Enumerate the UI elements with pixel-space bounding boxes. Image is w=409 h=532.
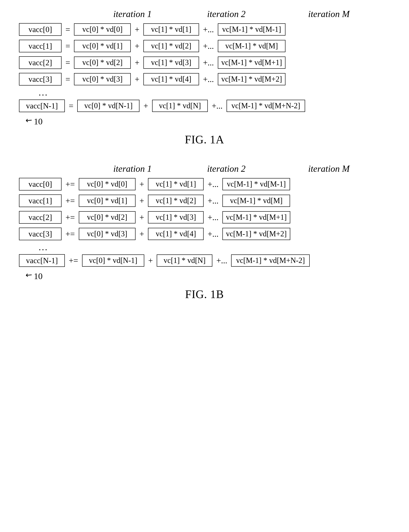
plus-sign: + xyxy=(131,58,143,67)
eq-rows-1b: vacc[0] += vc[0] * vd[0] + vc[1] * vd[1]… xyxy=(19,178,390,240)
iterm-box: vc[M-1] * vd[M+2] xyxy=(223,228,290,240)
eq-sign: += xyxy=(62,212,79,222)
iterm-box: vc[M-1] * vd[M] xyxy=(223,195,290,207)
table-row: vacc[3] = vc[0] * vd[3] + vc[1] * vd[4] … xyxy=(19,73,390,85)
plus-sign: + xyxy=(131,41,143,51)
table-row: vacc[N-1] = vc[0] * vd[N-1] + vc[1] * vd… xyxy=(19,100,390,112)
iter1-box: vc[0] * vd[2] xyxy=(74,56,131,69)
vacc-box: vacc[0] xyxy=(19,178,62,191)
eq-sign: += xyxy=(62,179,79,189)
iter-header-1a-2: iteration 2 xyxy=(191,9,261,19)
iter1-box: vc[0] * vd[N-1] xyxy=(77,100,139,112)
eq-sign: = xyxy=(62,58,74,67)
iterm-box: vc[M-1] * vd[M+1] xyxy=(223,211,290,223)
reference-number: ↗ 10 xyxy=(19,116,390,127)
table-row: vacc[0] = vc[0] * vd[0] + vc[1] * vd[1] … xyxy=(19,23,390,36)
vacc-box: vacc[1] xyxy=(19,40,62,52)
dots: +... xyxy=(204,229,223,239)
dots: +... xyxy=(204,179,223,189)
eq-sign: = xyxy=(62,74,74,84)
vacc-box: vacc[1] xyxy=(19,194,62,207)
iterm-box: vc[M-1] * vd[M] xyxy=(218,40,286,52)
iter2-box: vc[1] * vd[1] xyxy=(148,178,204,190)
iter1-box: vc[0] * vd[0] xyxy=(74,23,131,36)
iter2-box: vc[1] * vd[N] xyxy=(157,254,212,267)
fig-label-1a: FIG. 1A xyxy=(19,133,390,146)
dots: +... xyxy=(199,74,218,84)
iter-header-1b-m: iteration M xyxy=(290,164,368,174)
iter2-box: vc[1] * vd[3] xyxy=(148,211,204,223)
arrow-icon: ↗ xyxy=(23,270,34,281)
vacc-box: vacc[2] xyxy=(19,211,62,224)
dots: +... xyxy=(204,212,223,222)
eq-sign: += xyxy=(65,256,82,265)
iterm-box: vc[M-1] * vd[M+N-2] xyxy=(231,254,310,267)
arrow-icon: ↗ xyxy=(23,115,34,126)
ref-num-text: 10 xyxy=(34,271,43,281)
ellipsis: ... xyxy=(19,242,390,252)
dots: +... xyxy=(199,41,218,51)
ellipsis: ... xyxy=(19,87,390,98)
dots: +... xyxy=(199,25,218,34)
plus-sign: + xyxy=(144,256,157,265)
iter-header-1b-2: iteration 2 xyxy=(191,164,261,174)
iter1-box: vc[0] * vd[1] xyxy=(79,195,136,207)
table-row: vacc[N-1] += vc[0] * vd[N-1] + vc[1] * v… xyxy=(19,254,390,267)
table-row: vacc[0] += vc[0] * vd[0] + vc[1] * vd[1]… xyxy=(19,178,390,191)
iter2-box: vc[1] * vd[1] xyxy=(143,23,199,36)
dots: +... xyxy=(204,196,223,206)
eq-sign: = xyxy=(65,101,77,111)
plus-sign: + xyxy=(131,74,143,84)
dots: +... xyxy=(208,101,227,111)
table-row: vacc[1] += vc[0] * vd[1] + vc[1] * vd[2]… xyxy=(19,194,390,207)
iter2-box: vc[1] * vd[4] xyxy=(143,73,199,85)
dots: +... xyxy=(212,256,231,265)
vacc-box: vacc[N-1] xyxy=(19,254,65,267)
iter1-box: vc[0] * vd[0] xyxy=(79,178,136,190)
plus-sign: + xyxy=(139,101,152,111)
table-row: vacc[2] += vc[0] * vd[2] + vc[1] * vd[3]… xyxy=(19,211,390,224)
vacc-box: vacc[3] xyxy=(19,73,62,85)
plus-sign: + xyxy=(136,229,148,239)
table-row: vacc[1] = vc[0] * vd[1] + vc[1] * vd[2] … xyxy=(19,40,390,52)
iterm-box: vc[M-1] * vd[M+N-2] xyxy=(227,100,305,112)
plus-sign: + xyxy=(131,25,143,34)
iter2-box: vc[1] * vd[N] xyxy=(152,100,208,112)
iter2-box: vc[1] * vd[2] xyxy=(143,40,199,52)
vacc-box: vacc[3] xyxy=(19,228,62,240)
iter1-box: vc[0] * vd[3] xyxy=(74,73,131,85)
table-row: vacc[2] = vc[0] * vd[2] + vc[1] * vd[3] … xyxy=(19,56,390,69)
eq-sign: = xyxy=(62,41,74,51)
vacc-box: vacc[2] xyxy=(19,56,62,69)
iter2-box: vc[1] * vd[2] xyxy=(148,195,204,207)
iterm-box: vc[M-1] * vd[M-1] xyxy=(218,23,286,36)
iter1-box: vc[0] * vd[2] xyxy=(79,211,136,223)
dots: +... xyxy=(199,58,218,67)
iter2-box: vc[1] * vd[4] xyxy=(148,228,204,240)
eq-rows-1a: vacc[0] = vc[0] * vd[0] + vc[1] * vd[1] … xyxy=(19,23,390,85)
iter-header-1a-1: iteration 1 xyxy=(98,9,167,19)
vacc-box: vacc[0] xyxy=(19,23,62,36)
iter2-box: vc[1] * vd[3] xyxy=(143,56,199,69)
iter-header-1a-m: iteration M xyxy=(290,9,368,19)
fig-label-1b: FIG. 1B xyxy=(19,288,390,301)
plus-sign: + xyxy=(136,212,148,222)
ref-num-text: 10 xyxy=(34,116,43,127)
iter-headers-1b: iteration 1 iteration 2 iteration M xyxy=(19,164,390,174)
iterm-box: vc[M-1] * vd[M-1] xyxy=(223,178,290,190)
iter-headers-1a: iteration 1 iteration 2 iteration M xyxy=(19,9,390,19)
plus-sign: + xyxy=(136,179,148,189)
vacc-box: vacc[N-1] xyxy=(19,100,65,112)
iterm-box: vc[M-1] * vd[M+1] xyxy=(218,56,286,69)
table-row: vacc[3] += vc[0] * vd[3] + vc[1] * vd[4]… xyxy=(19,228,390,240)
plus-sign: + xyxy=(136,196,148,206)
iterm-box: vc[M-1] * vd[M+2] xyxy=(218,73,286,85)
reference-number: ↗ 10 xyxy=(19,271,390,281)
iter1-box: vc[0] * vd[1] xyxy=(74,40,131,52)
iter-header-1b-1: iteration 1 xyxy=(98,164,167,174)
figure-1a: iteration 1 iteration 2 iteration M vacc… xyxy=(19,9,390,146)
iter1-box: vc[0] * vd[3] xyxy=(79,228,136,240)
iter1-box: vc[0] * vd[N-1] xyxy=(82,254,144,267)
eq-sign: += xyxy=(62,196,79,206)
eq-sign: += xyxy=(62,229,79,239)
